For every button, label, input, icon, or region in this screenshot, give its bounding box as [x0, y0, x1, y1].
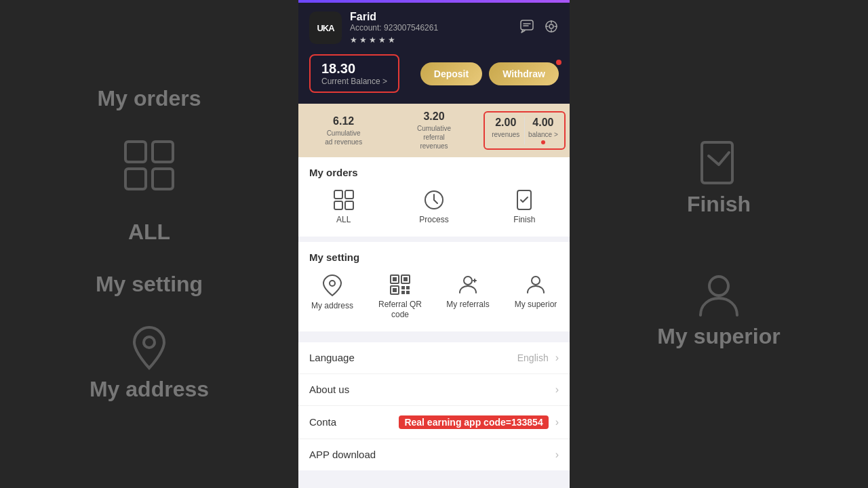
my-orders-title: My orders [298, 157, 570, 184]
bg-superior-icon [695, 271, 743, 319]
my-orders-section: My orders ALL Process [298, 157, 570, 237]
stat-referral-revenue: 3.20 Cumulativereferralrevenues [389, 104, 479, 157]
address-icon [322, 274, 342, 297]
deposit-button[interactable]: Deposit [420, 62, 482, 85]
process-icon [423, 189, 445, 211]
svg-rect-25 [401, 291, 405, 294]
svg-point-16 [330, 281, 335, 286]
language-row[interactable]: Language English › [298, 342, 570, 374]
orders-process-item[interactable]: Process [389, 189, 479, 226]
user-details: Farid Account: 923007546261 ★ ★ ★ ★ ★ [350, 11, 438, 45]
svg-rect-1 [153, 142, 173, 162]
stat-red-dot [541, 140, 545, 144]
svg-rect-11 [345, 190, 353, 199]
action-buttons: Deposit Withdraw [408, 62, 559, 85]
balance-box[interactable]: 18.30 Current Balance > [309, 54, 399, 93]
gradient-bar [298, 0, 570, 3]
stat-highlighted-box[interactable]: 2.00 revenues 4.00 balance > [479, 107, 570, 154]
bg-orders-text: My orders [98, 86, 201, 111]
svg-rect-18 [393, 277, 397, 281]
svg-point-4 [144, 337, 155, 348]
svg-rect-26 [406, 291, 410, 294]
scan-icon[interactable] [544, 19, 559, 37]
chevron-right-icon-2: › [555, 384, 559, 396]
orders-finish-item[interactable]: Finish [479, 189, 570, 226]
svg-point-6 [709, 277, 728, 296]
user-name: Farid [350, 11, 438, 23]
content-area: My orders ALL Process [298, 157, 570, 488]
about-row[interactable]: About us › [298, 374, 570, 406]
contact-row[interactable]: Conta Real earning app code=133854 › [298, 406, 570, 439]
user-account: Account: 923007546261 [350, 23, 438, 33]
qr-icon [389, 274, 411, 296]
user-row: UKA Farid Account: 923007546261 ★ ★ ★ ★ … [309, 11, 559, 45]
bg-address-section: My address [90, 324, 209, 402]
referrals-item[interactable]: My referrals [434, 274, 502, 321]
stat-balance: 4.00 balance > [525, 117, 561, 144]
phone-panel: UKA Farid Account: 923007546261 ★ ★ ★ ★ … [298, 0, 570, 488]
avatar: UKA [309, 12, 342, 44]
svg-rect-22 [393, 288, 397, 292]
contact-right: Real earning app code=133854 › [399, 415, 559, 429]
header-icons [519, 19, 559, 37]
balance-label: Current Balance > [321, 77, 387, 86]
download-row[interactable]: APP download › [298, 439, 570, 470]
chevron-right-icon-4: › [555, 449, 559, 461]
svg-rect-13 [345, 201, 353, 209]
withdraw-button[interactable]: Withdraw [489, 62, 559, 85]
user-info: UKA Farid Account: 923007546261 ★ ★ ★ ★ … [309, 11, 438, 45]
svg-rect-3 [153, 169, 173, 189]
header: UKA Farid Account: 923007546261 ★ ★ ★ ★ … [298, 0, 570, 104]
my-orders-items: ALL Process Finish [298, 184, 570, 237]
bg-superior-section: My superior [657, 271, 780, 349]
balance-amount: 18.30 [321, 61, 387, 77]
svg-point-27 [464, 277, 472, 285]
address-item[interactable]: My address [298, 274, 366, 321]
svg-rect-2 [125, 169, 146, 189]
notification-dot [556, 60, 561, 65]
stat-revenues: 2.00 revenues [488, 117, 524, 144]
svg-point-9 [549, 24, 553, 28]
referrals-icon [457, 274, 479, 296]
background-left: My orders ALL My setting My address [0, 0, 298, 488]
my-setting-section: My setting My address [298, 242, 570, 331]
chevron-right-icon-3: › [555, 416, 559, 428]
svg-rect-0 [125, 142, 146, 162]
svg-rect-10 [334, 190, 342, 199]
superior-item[interactable]: My superior [502, 274, 570, 321]
balance-row: 18.30 Current Balance > Deposit Withdraw [309, 54, 559, 93]
stat-highlight-inner: 2.00 revenues 4.00 balance > [484, 111, 566, 150]
about-right: › [551, 384, 559, 396]
language-right: English › [517, 352, 559, 364]
my-setting-title: My setting [298, 242, 570, 268]
bg-grid-icons [122, 138, 176, 192]
stat-ad-revenue: 6.12 Cumulativead revenues [298, 108, 389, 153]
svg-rect-20 [403, 277, 408, 281]
superior-icon [525, 274, 547, 296]
svg-rect-12 [334, 201, 342, 209]
svg-point-28 [532, 277, 540, 285]
chevron-right-icon: › [555, 352, 559, 364]
finish-icon [513, 189, 535, 211]
bg-address-icon [129, 324, 170, 371]
orders-all-item[interactable]: ALL [298, 189, 389, 226]
svg-rect-7 [521, 20, 533, 30]
bg-finish-section: Finish [687, 139, 751, 217]
bg-finish-icon [695, 139, 743, 186]
stat-dot-row [525, 140, 561, 144]
my-setting-items: My address Referral [298, 268, 570, 331]
stats-row: 6.12 Cumulativead revenues 3.20 Cumulati… [298, 104, 570, 157]
bg-grid-icon [122, 138, 176, 192]
all-grid-icon [333, 189, 355, 211]
chat-icon[interactable] [519, 19, 534, 37]
divider-1 [298, 337, 570, 342]
star-rating: ★ ★ ★ ★ ★ [350, 35, 438, 45]
background-right: Finish My superior [570, 0, 868, 488]
svg-rect-23 [401, 286, 405, 289]
download-right: › [551, 449, 559, 461]
qr-item[interactable]: Referral QR code [366, 274, 434, 321]
svg-rect-24 [406, 286, 410, 289]
